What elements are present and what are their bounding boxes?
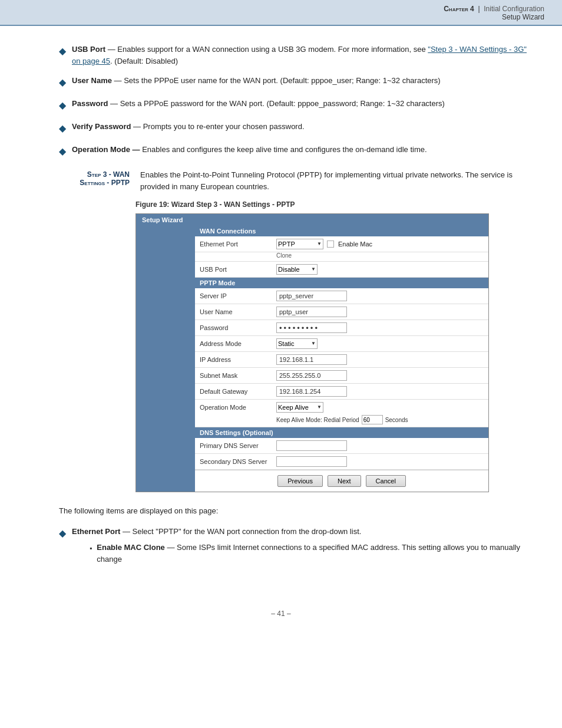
list-item: ◆ Verify Password — Prompts you to re-en… (59, 121, 527, 136)
sub-bold-label: Enable MAC Clone (97, 543, 165, 552)
form-row-username: User Name (195, 304, 488, 320)
redial-label: Keep Alive Mode: Redial Period (276, 417, 359, 423)
primary-dns-input[interactable] (276, 440, 347, 451)
sub-list-item: ▪ Enable MAC Clone — Some ISPs limit Int… (90, 542, 527, 565)
secondary-dns-input[interactable] (276, 456, 347, 467)
bullet-text: Verify Password — Prompts you to re-ente… (72, 121, 305, 133)
bullet-text: USB Port — Enables support for a WAN con… (72, 44, 527, 67)
redial-period-input[interactable] (362, 415, 383, 424)
section-header-wan: WAN Connections (195, 226, 488, 236)
bullet-diamond-icon: ◆ (59, 144, 66, 159)
wizard-container: Setup Wizard WAN Connections Ethernet Po… (135, 213, 489, 492)
step-description: Enables the Point-to-Point Tunneling Pro… (140, 169, 527, 192)
clone-text: Clone (276, 252, 292, 259)
form-label-gateway: Default Gateway (200, 388, 276, 395)
list-item: ◆ Password — Sets a PPPoE password for t… (59, 98, 527, 113)
ethernet-select-wrapper[interactable]: PPTP (276, 239, 323, 249)
form-label-subnet: Subnet Mask (200, 372, 276, 379)
form-control-password (276, 322, 484, 333)
clone-area: Clone (276, 252, 484, 259)
bullet-diamond-icon: ◆ (59, 44, 66, 58)
form-control-ethernet: PPTP Enable Mac (276, 239, 484, 249)
main-content: ◆ USB Port — Enables support for a WAN c… (0, 26, 562, 598)
form-control-primary-dns (276, 440, 484, 451)
form-row-primary-dns: Primary DNS Server (195, 438, 488, 454)
form-label-server-ip: Server IP (200, 292, 276, 299)
wizard-body: WAN Connections Ethernet Port PPTP Enabl… (136, 226, 488, 492)
link-text: "Step 3 - WAN Settings - 3G" on page 45 (72, 45, 527, 65)
bold-label: Ethernet Port (72, 527, 120, 536)
form-row-usb: USB Port Disable (195, 262, 488, 278)
list-item: ◆ USB Port — Enables support for a WAN c… (59, 44, 527, 67)
form-label-primary-dns: Primary DNS Server (200, 442, 276, 449)
enable-mac-checkbox[interactable] (327, 241, 334, 248)
bold-label: USB Port (72, 45, 105, 54)
form-label-secondary-dns: Secondary DNS Server (200, 458, 276, 465)
bullet-text: User Name — Sets the PPPoE user name for… (72, 75, 441, 87)
bullet-list-top: ◆ USB Port — Enables support for a WAN c… (59, 44, 527, 159)
form-row-secondary-dns: Secondary DNS Server (195, 454, 488, 470)
usb-select-wrapper[interactable]: Disable (276, 264, 318, 275)
section-title: Setup Wizard (502, 13, 544, 21)
ethernet-select[interactable]: PPTP (276, 239, 323, 249)
enable-mac-area: Enable Mac (327, 241, 372, 248)
form-row-clone: Clone (195, 252, 488, 262)
sub-bullet-list: ▪ Enable MAC Clone — Some ISPs limit Int… (90, 542, 527, 565)
bullet-diamond-icon: ◆ (59, 98, 66, 113)
chapter-title: Initial Configuration (484, 5, 544, 13)
wizard-sidebar (136, 226, 195, 492)
form-row-gateway: Default Gateway (195, 384, 488, 400)
form-control-usb: Disable (276, 264, 484, 275)
keep-alive-sub-row: Keep Alive Mode: Redial Period Seconds (276, 415, 408, 424)
wizard-form: WAN Connections Ethernet Port PPTP Enabl… (195, 226, 488, 492)
bullet-text-ethernet: Ethernet Port — Select "PPTP" for the WA… (72, 526, 527, 570)
form-control-gateway (276, 386, 484, 397)
page-footer: – 41 – (0, 598, 562, 624)
form-label-usb: USB Port (200, 266, 276, 273)
step-label: Step 3 - WAN Settings - PPTP (59, 169, 130, 192)
sub-bullet-text: Enable MAC Clone — Some ISPs limit Inter… (97, 542, 527, 565)
cancel-button[interactable]: Cancel (366, 475, 406, 487)
bold-label: User Name (72, 76, 112, 85)
bottom-bullet-list: ◆ Ethernet Port — Select "PPTP" for the … (59, 526, 527, 570)
keep-alive-select[interactable]: Keep Alive (276, 402, 323, 413)
previous-button[interactable]: Previous (277, 475, 323, 487)
address-mode-select-wrapper[interactable]: Static (276, 338, 318, 349)
form-control-username (276, 307, 484, 317)
seconds-label: Seconds (385, 417, 408, 423)
form-label-password: Password (200, 324, 276, 331)
form-row-server-ip: Server IP (195, 288, 488, 304)
bullet-text: Operation Mode — Enables and configures … (72, 144, 427, 156)
form-control-subnet (276, 370, 484, 381)
form-label-username: User Name (200, 308, 276, 315)
form-control-operation: Keep Alive (276, 402, 484, 413)
next-button[interactable]: Next (328, 475, 361, 487)
server-ip-input[interactable] (276, 291, 347, 301)
wizard-title-bar: Setup Wizard (136, 214, 488, 226)
wizard-buttons: Previous Next Cancel (195, 470, 488, 492)
step-section: Step 3 - WAN Settings - PPTP Enables the… (59, 169, 527, 192)
subnet-input[interactable] (276, 370, 347, 381)
form-row-subnet: Subnet Mask (195, 368, 488, 384)
form-control-address-mode: Static (276, 338, 484, 349)
username-input[interactable] (276, 307, 347, 317)
list-item: ◆ Operation Mode — Enables and configure… (59, 144, 527, 159)
list-item-ethernet: ◆ Ethernet Port — Select "PPTP" for the … (59, 526, 527, 570)
address-mode-select[interactable]: Static (276, 338, 318, 349)
form-control-ip (276, 354, 484, 365)
bullet-diamond-icon: ◆ (59, 75, 66, 90)
usb-select[interactable]: Disable (276, 264, 318, 275)
form-label-address-mode: Address Mode (200, 340, 276, 347)
gateway-input[interactable] (276, 386, 347, 397)
form-row-ip: IP Address (195, 352, 488, 368)
password-input[interactable] (276, 322, 347, 333)
ip-input[interactable] (276, 354, 347, 365)
form-label-ethernet: Ethernet Port (200, 241, 276, 248)
form-control-server-ip (276, 291, 484, 301)
section-header-dns: DNS Settings (Optional) (195, 427, 488, 438)
form-label-operation: Operation Mode (200, 404, 276, 411)
following-paragraph: The following items are displayed on thi… (59, 505, 527, 518)
bullet-diamond-icon: ◆ (59, 121, 66, 136)
figure-label: Figure 19: Wizard Step 3 - WAN Settings … (135, 200, 527, 209)
keep-alive-select-wrapper[interactable]: Keep Alive (276, 402, 323, 413)
